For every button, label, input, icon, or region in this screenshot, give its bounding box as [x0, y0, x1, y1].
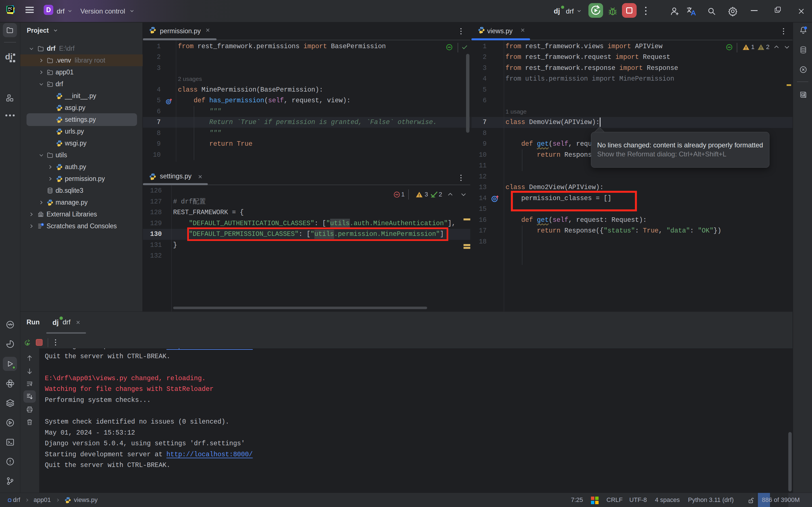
svg-text:A: A [802, 94, 804, 96]
svg-text:PC: PC [8, 7, 12, 10]
